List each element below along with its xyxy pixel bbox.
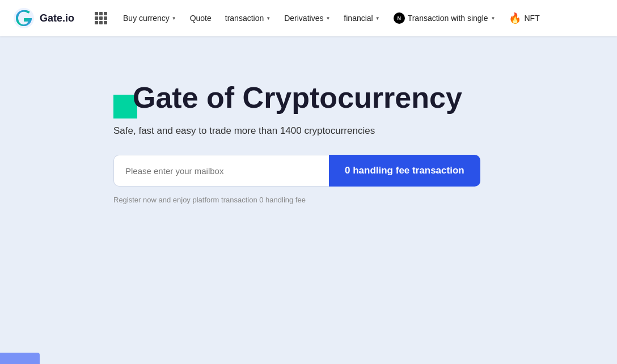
cta-row: 0 handling fee transaction <box>113 155 480 187</box>
navbar: Gate.io Buy currency ▼ Quote transaction… <box>0 0 617 36</box>
nav-item-nova[interactable]: N Transaction with single ▼ <box>394 12 496 24</box>
logo-area[interactable]: Gate.io <box>14 8 74 28</box>
nova-arrow: ▼ <box>491 16 496 21</box>
nav-item-quote[interactable]: Quote <box>190 14 212 23</box>
logo-text: Gate.io <box>40 12 74 24</box>
nav-item-buy-currency[interactable]: Buy currency ▼ <box>123 14 176 23</box>
cta-button[interactable]: 0 handling fee transaction <box>329 155 480 187</box>
nav-item-derivatives[interactable]: Derivatives ▼ <box>284 14 330 23</box>
nav-item-nft[interactable]: 🔥 NFT <box>509 12 539 24</box>
email-input[interactable] <box>113 155 329 187</box>
logo-icon <box>14 8 34 28</box>
nav-item-financial[interactable]: financial ▼ <box>344 14 379 23</box>
hero-section: Gate of Cryptocurrency Safe, fast and ea… <box>0 36 617 204</box>
nav-item-transaction[interactable]: transaction ▼ <box>225 14 271 23</box>
bottom-decoration <box>0 353 40 364</box>
hero-title-wrapper: Gate of Cryptocurrency <box>113 82 462 114</box>
hero-subtitle: Safe, fast and easy to trade more than 1… <box>113 125 375 137</box>
hero-title: Gate of Cryptocurrency <box>133 82 462 114</box>
nova-icon: N <box>394 12 405 24</box>
transaction-arrow: ▼ <box>266 16 271 21</box>
financial-arrow: ▼ <box>375 16 380 21</box>
flame-icon: 🔥 <box>509 12 521 24</box>
register-note: Register now and enjoy platform transact… <box>113 196 306 204</box>
buy-currency-arrow: ▼ <box>172 16 176 21</box>
nav-links: Buy currency ▼ Quote transaction ▼ Deriv… <box>123 12 603 24</box>
derivatives-arrow: ▼ <box>326 16 330 21</box>
grid-icon[interactable] <box>95 12 107 24</box>
